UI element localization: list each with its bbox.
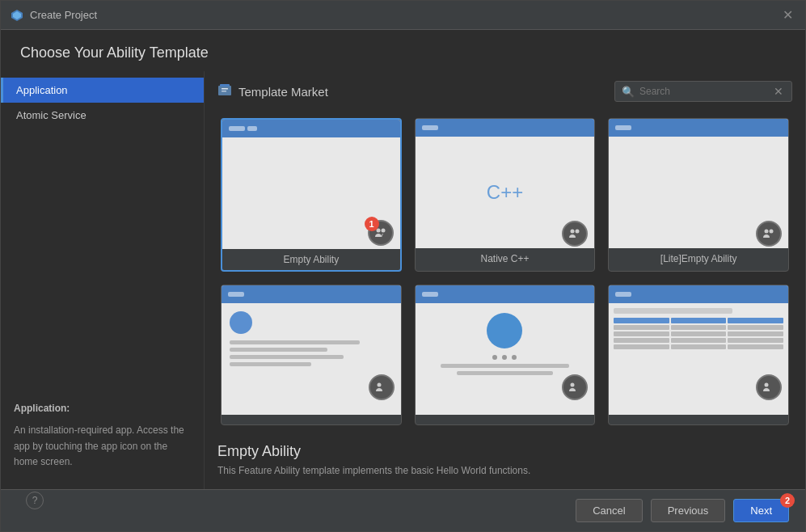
selected-template-title: Empty Ability xyxy=(217,443,792,460)
template-card-table[interactable] xyxy=(608,285,789,425)
next-button[interactable]: Next 2 xyxy=(733,499,789,522)
main-content: Template Market 🔍 ✕ xyxy=(205,71,805,489)
templates-grid: 1 Empty Ability xyxy=(217,112,792,432)
sidebar-description: Application: An installation-required ap… xyxy=(1,388,204,483)
help-icon: ? xyxy=(32,495,38,506)
sidebar-items: Application Atomic Service xyxy=(1,78,204,128)
next-button-badge: 2 xyxy=(780,493,795,508)
badge-number-1: 1 xyxy=(365,217,379,231)
template-card-label: Empty Ability xyxy=(280,249,342,270)
svg-point-11 xyxy=(770,230,774,234)
search-icon: 🔍 xyxy=(622,86,635,98)
close-button[interactable]: ✕ xyxy=(779,7,795,23)
template-market-label: Template Market xyxy=(217,82,328,100)
sidebar-item-atomic-service-label: Atomic Service xyxy=(16,109,87,121)
svg-point-12 xyxy=(377,383,381,387)
card-icon-badge: 1 xyxy=(368,220,394,246)
dialog-header: Choose Your Ability Template xyxy=(1,30,805,71)
svg-point-9 xyxy=(576,230,580,234)
cpp-label: C++ xyxy=(487,181,523,204)
dialog-body: Application Atomic Service Application: … xyxy=(1,71,805,489)
title-bar: Create Project ✕ xyxy=(1,1,805,30)
previous-button[interactable]: Previous xyxy=(651,499,726,522)
template-card-profile-large[interactable] xyxy=(415,285,596,425)
svg-rect-3 xyxy=(220,84,230,87)
dialog-title: Create Project xyxy=(30,9,97,21)
card-icon-badge-table xyxy=(756,374,782,400)
sidebar-item-application-label: Application xyxy=(16,84,68,96)
template-card-empty-ability[interactable]: 1 Empty Ability xyxy=(221,118,402,272)
template-card-profile[interactable] xyxy=(221,285,402,425)
search-clear-icon[interactable]: ✕ xyxy=(774,85,783,98)
sidebar: Application Atomic Service Application: … xyxy=(1,71,205,489)
market-icon xyxy=(217,82,232,97)
selected-template-info: Empty Ability This Feature Ability templ… xyxy=(217,433,792,476)
search-input[interactable] xyxy=(639,86,769,97)
template-card-lite-empty[interactable]: [Lite]Empty Ability xyxy=(608,118,789,272)
sidebar-item-application[interactable]: Application xyxy=(1,78,204,103)
people-icon-profile xyxy=(375,381,388,394)
template-card-lite-label: [Lite]Empty Ability xyxy=(657,248,741,269)
templates-grid-container[interactable]: 1 Empty Ability xyxy=(217,112,792,433)
svg-point-14 xyxy=(765,383,769,387)
template-card-native-cpp[interactable]: C++ Native C++ xyxy=(415,118,596,272)
people-icon-cpp xyxy=(568,227,581,240)
app-icon xyxy=(11,9,23,22)
template-card-profile-label xyxy=(308,415,314,424)
create-project-dialog: Create Project ✕ Choose Your Ability Tem… xyxy=(0,0,806,532)
cancel-button[interactable]: Cancel xyxy=(576,499,642,522)
svg-point-10 xyxy=(765,230,769,234)
sidebar-description-title: Application: xyxy=(14,401,191,416)
search-box[interactable]: 🔍 ✕ xyxy=(614,81,792,102)
template-market-text: Template Market xyxy=(238,85,328,99)
title-bar-left: Create Project xyxy=(11,9,97,22)
content-header: Template Market 🔍 ✕ xyxy=(217,71,792,112)
card-icon-badge-lite xyxy=(756,221,782,247)
people-icon-large xyxy=(568,381,581,394)
people-icon-table xyxy=(762,381,775,394)
svg-rect-4 xyxy=(222,88,228,90)
sidebar-description-text: An installation-required app. Access the… xyxy=(14,424,184,467)
template-card-profile-large-label xyxy=(501,415,508,424)
template-card-table-label xyxy=(695,415,702,424)
svg-point-8 xyxy=(571,230,575,234)
svg-point-7 xyxy=(381,229,385,233)
people-icon-lite xyxy=(762,227,775,240)
next-button-label: Next xyxy=(750,505,772,517)
sidebar-item-atomic-service[interactable]: Atomic Service xyxy=(1,103,204,128)
card-icon-badge-profile xyxy=(369,374,395,400)
template-market-icon xyxy=(217,82,232,100)
selected-template-description: This Feature Ability template implements… xyxy=(217,465,792,476)
svg-point-13 xyxy=(571,383,575,387)
template-card-cpp-label: Native C++ xyxy=(477,248,532,269)
svg-rect-5 xyxy=(222,91,226,92)
dialog-footer: ? Cancel Previous Next 2 xyxy=(1,489,805,531)
